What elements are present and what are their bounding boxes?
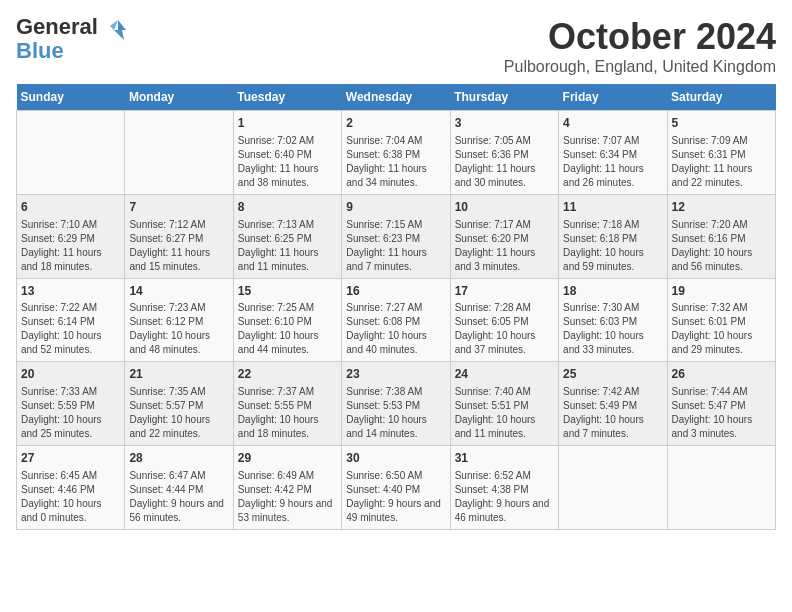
day-number: 31 bbox=[455, 450, 554, 467]
cell-content: Sunrise: 6:47 AM Sunset: 4:44 PM Dayligh… bbox=[129, 469, 228, 525]
calendar-cell: 5Sunrise: 7:09 AM Sunset: 6:31 PM Daylig… bbox=[667, 111, 775, 195]
calendar-cell: 25Sunrise: 7:42 AM Sunset: 5:49 PM Dayli… bbox=[559, 362, 667, 446]
day-number: 29 bbox=[238, 450, 337, 467]
header-thursday: Thursday bbox=[450, 84, 558, 111]
calendar-cell: 24Sunrise: 7:40 AM Sunset: 5:51 PM Dayli… bbox=[450, 362, 558, 446]
calendar-cell: 15Sunrise: 7:25 AM Sunset: 6:10 PM Dayli… bbox=[233, 278, 341, 362]
calendar-cell: 29Sunrise: 6:49 AM Sunset: 4:42 PM Dayli… bbox=[233, 446, 341, 530]
calendar-cell: 6Sunrise: 7:10 AM Sunset: 6:29 PM Daylig… bbox=[17, 194, 125, 278]
day-number: 23 bbox=[346, 366, 445, 383]
cell-content: Sunrise: 7:27 AM Sunset: 6:08 PM Dayligh… bbox=[346, 301, 445, 357]
calendar-cell: 3Sunrise: 7:05 AM Sunset: 6:36 PM Daylig… bbox=[450, 111, 558, 195]
logo-blue-text: Blue bbox=[16, 40, 64, 62]
week-row-4: 20Sunrise: 7:33 AM Sunset: 5:59 PM Dayli… bbox=[17, 362, 776, 446]
calendar-header-row: SundayMondayTuesdayWednesdayThursdayFrid… bbox=[17, 84, 776, 111]
cell-content: Sunrise: 7:37 AM Sunset: 5:55 PM Dayligh… bbox=[238, 385, 337, 441]
day-number: 21 bbox=[129, 366, 228, 383]
day-number: 3 bbox=[455, 115, 554, 132]
header-wednesday: Wednesday bbox=[342, 84, 450, 111]
cell-content: Sunrise: 7:35 AM Sunset: 5:57 PM Dayligh… bbox=[129, 385, 228, 441]
cell-content: Sunrise: 6:52 AM Sunset: 4:38 PM Dayligh… bbox=[455, 469, 554, 525]
cell-content: Sunrise: 7:30 AM Sunset: 6:03 PM Dayligh… bbox=[563, 301, 662, 357]
day-number: 22 bbox=[238, 366, 337, 383]
calendar-cell: 26Sunrise: 7:44 AM Sunset: 5:47 PM Dayli… bbox=[667, 362, 775, 446]
calendar-cell: 19Sunrise: 7:32 AM Sunset: 6:01 PM Dayli… bbox=[667, 278, 775, 362]
cell-content: Sunrise: 7:33 AM Sunset: 5:59 PM Dayligh… bbox=[21, 385, 120, 441]
day-number: 24 bbox=[455, 366, 554, 383]
cell-content: Sunrise: 7:05 AM Sunset: 6:36 PM Dayligh… bbox=[455, 134, 554, 190]
day-number: 2 bbox=[346, 115, 445, 132]
calendar-cell: 28Sunrise: 6:47 AM Sunset: 4:44 PM Dayli… bbox=[125, 446, 233, 530]
cell-content: Sunrise: 7:42 AM Sunset: 5:49 PM Dayligh… bbox=[563, 385, 662, 441]
calendar-cell: 10Sunrise: 7:17 AM Sunset: 6:20 PM Dayli… bbox=[450, 194, 558, 278]
header-tuesday: Tuesday bbox=[233, 84, 341, 111]
cell-content: Sunrise: 7:18 AM Sunset: 6:18 PM Dayligh… bbox=[563, 218, 662, 274]
day-number: 25 bbox=[563, 366, 662, 383]
calendar-cell: 23Sunrise: 7:38 AM Sunset: 5:53 PM Dayli… bbox=[342, 362, 450, 446]
cell-content: Sunrise: 7:38 AM Sunset: 5:53 PM Dayligh… bbox=[346, 385, 445, 441]
cell-content: Sunrise: 7:44 AM Sunset: 5:47 PM Dayligh… bbox=[672, 385, 771, 441]
day-number: 14 bbox=[129, 283, 228, 300]
calendar-cell: 22Sunrise: 7:37 AM Sunset: 5:55 PM Dayli… bbox=[233, 362, 341, 446]
calendar-cell: 4Sunrise: 7:07 AM Sunset: 6:34 PM Daylig… bbox=[559, 111, 667, 195]
cell-content: Sunrise: 7:22 AM Sunset: 6:14 PM Dayligh… bbox=[21, 301, 120, 357]
day-number: 16 bbox=[346, 283, 445, 300]
calendar-cell bbox=[125, 111, 233, 195]
cell-content: Sunrise: 7:02 AM Sunset: 6:40 PM Dayligh… bbox=[238, 134, 337, 190]
day-number: 26 bbox=[672, 366, 771, 383]
calendar-title: October 2024 bbox=[504, 16, 776, 58]
calendar-cell: 20Sunrise: 7:33 AM Sunset: 5:59 PM Dayli… bbox=[17, 362, 125, 446]
day-number: 11 bbox=[563, 199, 662, 216]
week-row-3: 13Sunrise: 7:22 AM Sunset: 6:14 PM Dayli… bbox=[17, 278, 776, 362]
calendar-cell: 21Sunrise: 7:35 AM Sunset: 5:57 PM Dayli… bbox=[125, 362, 233, 446]
calendar-cell: 16Sunrise: 7:27 AM Sunset: 6:08 PM Dayli… bbox=[342, 278, 450, 362]
header-sunday: Sunday bbox=[17, 84, 125, 111]
day-number: 30 bbox=[346, 450, 445, 467]
calendar-cell: 9Sunrise: 7:15 AM Sunset: 6:23 PM Daylig… bbox=[342, 194, 450, 278]
cell-content: Sunrise: 7:07 AM Sunset: 6:34 PM Dayligh… bbox=[563, 134, 662, 190]
calendar-cell: 1Sunrise: 7:02 AM Sunset: 6:40 PM Daylig… bbox=[233, 111, 341, 195]
calendar-title-block: October 2024 Pulborough, England, United… bbox=[504, 16, 776, 76]
cell-content: Sunrise: 7:17 AM Sunset: 6:20 PM Dayligh… bbox=[455, 218, 554, 274]
cell-content: Sunrise: 7:15 AM Sunset: 6:23 PM Dayligh… bbox=[346, 218, 445, 274]
day-number: 10 bbox=[455, 199, 554, 216]
day-number: 9 bbox=[346, 199, 445, 216]
day-number: 5 bbox=[672, 115, 771, 132]
header-monday: Monday bbox=[125, 84, 233, 111]
cell-content: Sunrise: 7:32 AM Sunset: 6:01 PM Dayligh… bbox=[672, 301, 771, 357]
calendar-cell: 11Sunrise: 7:18 AM Sunset: 6:18 PM Dayli… bbox=[559, 194, 667, 278]
calendar-cell: 2Sunrise: 7:04 AM Sunset: 6:38 PM Daylig… bbox=[342, 111, 450, 195]
svg-marker-1 bbox=[110, 20, 118, 30]
cell-content: Sunrise: 7:09 AM Sunset: 6:31 PM Dayligh… bbox=[672, 134, 771, 190]
cell-content: Sunrise: 7:10 AM Sunset: 6:29 PM Dayligh… bbox=[21, 218, 120, 274]
calendar-cell bbox=[667, 446, 775, 530]
week-row-5: 27Sunrise: 6:45 AM Sunset: 4:46 PM Dayli… bbox=[17, 446, 776, 530]
cell-content: Sunrise: 7:20 AM Sunset: 6:16 PM Dayligh… bbox=[672, 218, 771, 274]
day-number: 4 bbox=[563, 115, 662, 132]
header-saturday: Saturday bbox=[667, 84, 775, 111]
page-header: General Blue October 2024 Pulborough, En… bbox=[16, 16, 776, 76]
calendar-table: SundayMondayTuesdayWednesdayThursdayFrid… bbox=[16, 84, 776, 530]
day-number: 8 bbox=[238, 199, 337, 216]
header-friday: Friday bbox=[559, 84, 667, 111]
day-number: 18 bbox=[563, 283, 662, 300]
day-number: 17 bbox=[455, 283, 554, 300]
day-number: 6 bbox=[21, 199, 120, 216]
calendar-cell: 31Sunrise: 6:52 AM Sunset: 4:38 PM Dayli… bbox=[450, 446, 558, 530]
calendar-subtitle: Pulborough, England, United Kingdom bbox=[504, 58, 776, 76]
calendar-cell: 27Sunrise: 6:45 AM Sunset: 4:46 PM Dayli… bbox=[17, 446, 125, 530]
day-number: 19 bbox=[672, 283, 771, 300]
calendar-cell: 8Sunrise: 7:13 AM Sunset: 6:25 PM Daylig… bbox=[233, 194, 341, 278]
week-row-1: 1Sunrise: 7:02 AM Sunset: 6:40 PM Daylig… bbox=[17, 111, 776, 195]
calendar-cell: 14Sunrise: 7:23 AM Sunset: 6:12 PM Dayli… bbox=[125, 278, 233, 362]
cell-content: Sunrise: 7:40 AM Sunset: 5:51 PM Dayligh… bbox=[455, 385, 554, 441]
cell-content: Sunrise: 7:23 AM Sunset: 6:12 PM Dayligh… bbox=[129, 301, 228, 357]
logo: General Blue bbox=[16, 16, 132, 62]
cell-content: Sunrise: 6:45 AM Sunset: 4:46 PM Dayligh… bbox=[21, 469, 120, 525]
calendar-cell: 17Sunrise: 7:28 AM Sunset: 6:05 PM Dayli… bbox=[450, 278, 558, 362]
week-row-2: 6Sunrise: 7:10 AM Sunset: 6:29 PM Daylig… bbox=[17, 194, 776, 278]
day-number: 20 bbox=[21, 366, 120, 383]
calendar-cell bbox=[17, 111, 125, 195]
cell-content: Sunrise: 6:49 AM Sunset: 4:42 PM Dayligh… bbox=[238, 469, 337, 525]
calendar-cell bbox=[559, 446, 667, 530]
